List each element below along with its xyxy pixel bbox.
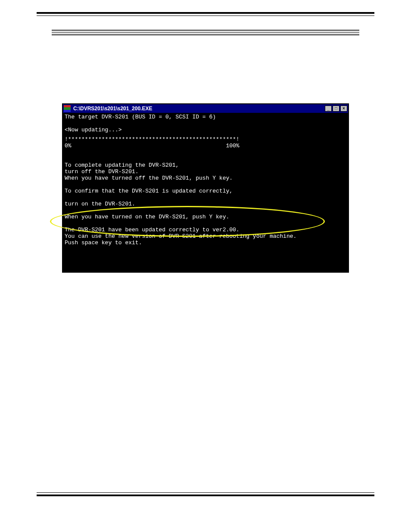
terminal-line: <Now updating...> (63, 127, 348, 133)
section-title-rule-bottom (52, 34, 359, 35)
minimize-icon: _ (327, 106, 330, 111)
terminal-line: To confirm that the DVR-S201 is updated … (63, 188, 348, 194)
terminal-line: When you have turned off the DVR-S201, p… (63, 175, 348, 181)
terminal-output: The target DVR-S201 (BUS ID = 0, SCSI ID… (63, 113, 348, 272)
terminal-line-highlighted: Push space key to exit. (63, 240, 348, 246)
minimize-button[interactable]: _ (325, 106, 332, 112)
section-title-rule-top (52, 30, 359, 31)
window-titlebar: C:\DVRS201\s201\s201_200.EXE _ □ × (63, 104, 348, 113)
dos-window: C:\DVRS201\s201\s201_200.EXE _ □ × The t… (62, 103, 349, 273)
close-button[interactable]: × (340, 106, 347, 112)
terminal-line-highlighted: You can use the new version of DVR-S201 … (63, 233, 348, 240)
terminal-line: To complete updating the DVR-S201, (63, 162, 348, 168)
terminal-line: When you have turned on the DVR-S201, pu… (63, 214, 348, 220)
screenshot-container: C:\DVRS201\s201\s201_200.EXE _ □ × The t… (62, 103, 349, 273)
page-top-rule-thin (37, 16, 374, 16)
terminal-line: The target DVR-S201 (BUS ID = 0, SCSI ID… (63, 114, 348, 120)
terminal-line: turn off the DVR-S201. (63, 168, 348, 175)
maximize-button[interactable]: □ (333, 106, 339, 112)
msdos-icon (64, 105, 71, 112)
window-buttons: _ □ × (324, 106, 347, 112)
page-bottom-rule-thick (37, 495, 374, 496)
maximize-icon: □ (335, 106, 337, 111)
window-title: C:\DVRS201\s201\s201_200.EXE (72, 106, 324, 112)
close-icon: × (342, 106, 345, 111)
section-title-rule-mid (52, 32, 359, 33)
terminal-line: turn on the DVR-S201. (63, 201, 348, 207)
progress-bar-line: !***************************************… (63, 136, 348, 143)
terminal-line-highlighted: The DVR-S201 have been updated correctly… (63, 227, 348, 233)
progress-percent-line: 0% 100% (63, 143, 348, 149)
